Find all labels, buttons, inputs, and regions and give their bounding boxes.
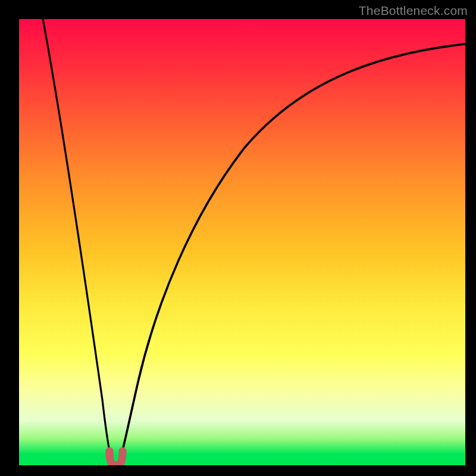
chart-frame: TheBottleneck.com: [0, 0, 476, 476]
watermark-text: TheBottleneck.com: [359, 4, 468, 18]
bottleneck-curve: [19, 19, 465, 465]
min-marker-u: [109, 451, 123, 465]
curve-left-branch: [43, 19, 112, 459]
curve-right-branch: [120, 44, 465, 459]
plot-area: [19, 19, 465, 465]
